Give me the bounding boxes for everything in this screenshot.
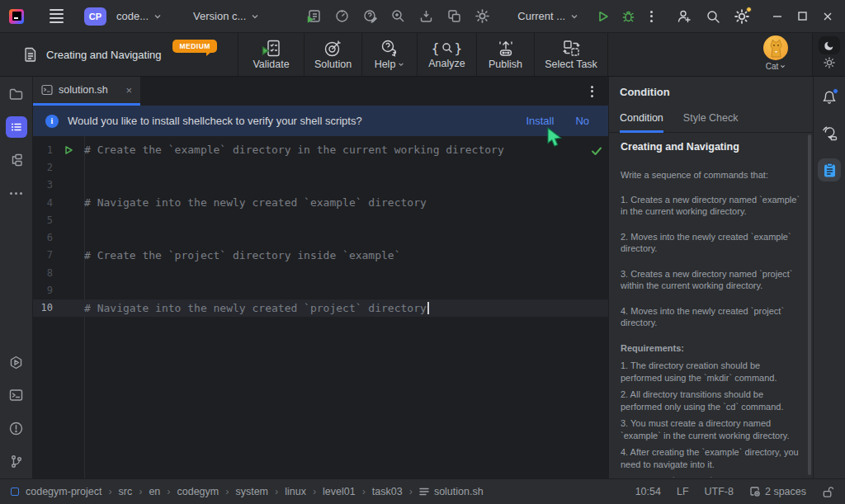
git-tool-icon[interactable] bbox=[6, 450, 27, 472]
editor-line[interactable]: 9 bbox=[33, 281, 608, 299]
breadcrumb-item[interactable]: src bbox=[119, 486, 149, 497]
breadcrumb-file[interactable]: solution.sh bbox=[419, 486, 484, 497]
editor-line[interactable]: 1 # Create the `example` directory in th… bbox=[33, 141, 608, 158]
breadcrumb-item[interactable]: task03 bbox=[372, 486, 419, 497]
validate-button[interactable]: Validate bbox=[238, 33, 304, 76]
line-number[interactable]: 4 bbox=[33, 197, 53, 209]
breadcrumb-item[interactable]: codegym bbox=[177, 486, 236, 497]
editor-line[interactable]: 8 bbox=[33, 264, 608, 281]
project-badge[interactable]: CP bbox=[84, 7, 106, 26]
vcs-widget[interactable]: Version c... bbox=[190, 7, 262, 25]
course-tool-icon[interactable] bbox=[6, 116, 27, 138]
requirement-item: 5. Inside the `example` directory, you m… bbox=[621, 475, 801, 478]
structure-tool-icon[interactable] bbox=[6, 149, 27, 171]
breadcrumb-item[interactable]: linux bbox=[285, 486, 323, 497]
breadcrumb-item[interactable]: codegym-project bbox=[26, 486, 119, 497]
settings-sync-icon[interactable] bbox=[475, 9, 489, 23]
unlocked-icon[interactable] bbox=[822, 486, 834, 498]
line-separator[interactable]: LF bbox=[677, 486, 689, 497]
search-icon[interactable] bbox=[706, 9, 720, 24]
tab-style-check[interactable]: Style Check bbox=[683, 106, 739, 133]
inspections-ok-icon[interactable] bbox=[591, 146, 602, 156]
analyze-button[interactable]: {} Analyze bbox=[417, 33, 476, 76]
run-anything-icon[interactable] bbox=[307, 9, 321, 23]
select-task-button[interactable]: Select Task bbox=[534, 33, 608, 76]
line-number[interactable]: 6 bbox=[33, 232, 53, 243]
solution-button[interactable]: Solution bbox=[304, 33, 361, 76]
add-user-icon[interactable] bbox=[677, 9, 692, 24]
chevron-down-icon bbox=[570, 12, 578, 21]
debug-button[interactable] bbox=[621, 9, 635, 23]
line-number[interactable]: 1 bbox=[33, 144, 53, 156]
tab-solution-sh[interactable]: solution.sh × bbox=[33, 77, 140, 106]
breadcrumb-item[interactable]: en bbox=[149, 486, 177, 497]
line-number[interactable]: 7 bbox=[33, 249, 53, 261]
breadcrumb-item[interactable]: system bbox=[235, 486, 285, 497]
run-tool-icon[interactable] bbox=[6, 351, 27, 373]
theme-settings-icon[interactable] bbox=[824, 57, 835, 68]
indent-widget[interactable]: 2 spaces bbox=[749, 486, 806, 497]
condition-step: 2. Moves into the newly created `example… bbox=[621, 231, 801, 255]
file-encoding[interactable]: UTF-8 bbox=[705, 486, 734, 497]
line-number[interactable]: 10 bbox=[33, 302, 53, 313]
settings-icon[interactable] bbox=[734, 9, 749, 24]
notifications-icon[interactable] bbox=[818, 86, 841, 109]
more-tool-windows-icon[interactable] bbox=[6, 182, 27, 204]
user-avatar-widget[interactable]: Cat bbox=[756, 35, 795, 71]
tab-condition[interactable]: Condition bbox=[620, 106, 663, 133]
vcs-branch-name: Version c... bbox=[193, 10, 246, 22]
terminal-tool-icon[interactable] bbox=[6, 384, 27, 406]
line-number[interactable]: 8 bbox=[33, 267, 53, 279]
editor-line[interactable]: 3 bbox=[33, 177, 608, 194]
tab-close-icon[interactable]: × bbox=[125, 85, 132, 96]
minimize-button[interactable] bbox=[772, 11, 783, 22]
more-actions-icon[interactable] bbox=[647, 7, 656, 26]
caret-position[interactable]: 10:54 bbox=[635, 486, 661, 497]
search-zoom-icon[interactable] bbox=[391, 9, 405, 23]
plugin-install-icon[interactable] bbox=[419, 9, 433, 23]
help-button[interactable]: Help bbox=[361, 33, 417, 76]
dark-theme-icon[interactable] bbox=[819, 36, 840, 54]
project-tool-icon[interactable] bbox=[6, 83, 27, 105]
project-selector[interactable]: code... bbox=[113, 7, 165, 25]
run-configuration-selector[interactable]: Current ... bbox=[514, 7, 582, 25]
breadcrumb-item[interactable]: level01 bbox=[323, 486, 372, 497]
editor-line[interactable]: 4# Navigate into the newly created `exam… bbox=[33, 194, 608, 211]
problems-tool-icon[interactable] bbox=[6, 417, 27, 439]
project-widget-icon[interactable] bbox=[11, 488, 19, 496]
help-edit-icon[interactable] bbox=[363, 9, 377, 23]
task-description-icon[interactable] bbox=[818, 158, 841, 181]
ai-assistant-icon[interactable] bbox=[818, 122, 841, 145]
theme-controls bbox=[812, 33, 845, 76]
editor-line[interactable]: 6 bbox=[33, 228, 608, 246]
line-number[interactable]: 5 bbox=[33, 214, 53, 226]
gutter-run-icon[interactable] bbox=[64, 145, 73, 155]
editor-line[interactable]: 2 bbox=[33, 158, 608, 176]
layout-windows-icon[interactable] bbox=[447, 9, 461, 23]
close-button[interactable] bbox=[822, 11, 833, 22]
dismiss-link[interactable]: No bbox=[575, 115, 589, 127]
editor-line-current[interactable]: 10 # Navigate into the newly created `pr… bbox=[33, 299, 608, 317]
install-link[interactable]: Install bbox=[526, 115, 554, 127]
editor-line[interactable]: 7# Create the `project` directory inside… bbox=[33, 247, 608, 264]
ide-logo-icon bbox=[9, 9, 24, 24]
main-menu-icon[interactable] bbox=[46, 6, 67, 26]
tab-options-icon[interactable] bbox=[588, 82, 597, 101]
avatar bbox=[763, 35, 788, 60]
condition-step: 4. Moves into the newly created `project… bbox=[621, 305, 801, 329]
condition-step: 3. Creates a new directory named `projec… bbox=[621, 268, 801, 292]
run-button[interactable] bbox=[597, 10, 610, 23]
code-editor[interactable]: 1 # Create the `example` directory in th… bbox=[33, 136, 608, 478]
line-number[interactable]: 3 bbox=[33, 179, 53, 191]
requirement-item: 3. You must create a directory named `ex… bbox=[621, 417, 801, 441]
mouse-cursor-pointer bbox=[545, 127, 564, 149]
line-number[interactable]: 9 bbox=[33, 285, 53, 296]
panel-scrollbar[interactable] bbox=[808, 134, 811, 475]
maximize-button[interactable] bbox=[797, 11, 808, 21]
profiler-icon[interactable] bbox=[335, 9, 349, 23]
publish-button[interactable]: Publish bbox=[476, 33, 534, 76]
file-lines-icon bbox=[419, 488, 429, 496]
condition-content: Creating and Navigating Write a sequence… bbox=[609, 133, 813, 478]
editor-line[interactable]: 5 bbox=[33, 211, 608, 228]
line-number[interactable]: 2 bbox=[33, 162, 53, 173]
